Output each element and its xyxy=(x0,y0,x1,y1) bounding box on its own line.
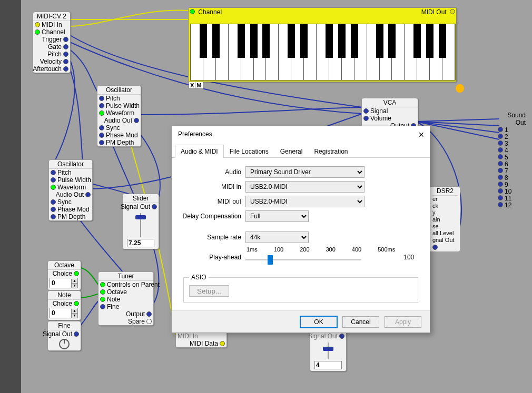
vca-volume-port[interactable] xyxy=(363,116,369,121)
black-key[interactable] xyxy=(200,24,207,58)
audio-select[interactable]: Primary Sound Driver xyxy=(245,166,364,178)
sound-out-port-3[interactable] xyxy=(498,140,503,146)
slider2-slider[interactable] xyxy=(318,341,339,360)
note-value[interactable]: 0 ▲▼ xyxy=(50,308,78,318)
slider2-out-port[interactable] xyxy=(339,334,344,339)
midi-data-port[interactable] xyxy=(220,341,225,346)
vca-signal-port[interactable] xyxy=(363,108,369,114)
tuner-spare-port[interactable] xyxy=(146,319,152,324)
sound-out-port-9[interactable] xyxy=(498,182,503,187)
dsr2-module[interactable]: DSR2 er ck y ain se all Level gnal Out xyxy=(430,186,460,252)
octave-value[interactable]: 0 ▲▼ xyxy=(50,278,78,288)
black-key[interactable] xyxy=(212,24,220,58)
keyboard-xm-buttons[interactable]: XM xyxy=(189,82,203,89)
ok-button[interactable]: OK xyxy=(300,316,337,328)
fine-module[interactable]: Fine Signal Out xyxy=(47,321,81,351)
slider1-module[interactable]: Slider Signal Out 7.25 xyxy=(122,194,159,249)
osc2-pw-port[interactable] xyxy=(51,177,56,183)
note-choice-port[interactable] xyxy=(74,301,79,306)
tuner-output-port[interactable] xyxy=(146,311,152,317)
midi-input-module[interactable]: MIDI In MIDI Data xyxy=(175,332,227,348)
sound-out-port-11[interactable] xyxy=(498,195,503,200)
black-key[interactable] xyxy=(250,24,258,58)
tab-file-locations[interactable]: File Locations xyxy=(224,145,274,158)
slider1-value[interactable]: 7.25 xyxy=(127,239,154,247)
midi-cv2-module[interactable]: MIDI-CV 2 MIDI In Channel Trigger Gate P… xyxy=(33,12,71,73)
dsr2-signal-out-port[interactable] xyxy=(432,245,438,250)
midicv2-channel-port[interactable] xyxy=(35,29,40,35)
osc1-waveform-port[interactable] xyxy=(99,110,104,116)
tab-audio-midi[interactable]: Audio & MIDI xyxy=(175,145,224,158)
keyboard-channel-port[interactable] xyxy=(190,9,195,14)
black-key[interactable] xyxy=(262,24,270,58)
black-key[interactable] xyxy=(238,24,245,58)
black-key[interactable] xyxy=(376,24,383,58)
oscillator1-module[interactable]: Oscillator Pitch Pulse Width Waveform Au… xyxy=(97,85,141,147)
slider2-module[interactable]: Signal Out 4 xyxy=(310,332,347,371)
oscillator2-module[interactable]: Oscillator Pitch Pulse Width Waveform Au… xyxy=(48,159,93,221)
midicv2-midi-in-port[interactable] xyxy=(35,22,40,27)
sound-out-port-1[interactable] xyxy=(498,127,503,132)
sound-out-port-6[interactable] xyxy=(498,161,503,166)
osc1-audio-out-port[interactable] xyxy=(134,118,139,123)
delay-comp-select[interactable]: Full xyxy=(245,210,309,222)
note-module[interactable]: Note Choice 0 ▲▼ xyxy=(47,290,81,320)
osc1-pmdepth-port[interactable] xyxy=(99,140,104,145)
midi-out-select[interactable]: USB2.0-MIDI xyxy=(245,196,364,207)
fine-out-port[interactable] xyxy=(74,331,79,337)
black-key[interactable] xyxy=(326,24,333,58)
tuner-fine-port[interactable] xyxy=(100,304,105,309)
black-key[interactable] xyxy=(351,24,358,58)
sound-out-port-4[interactable] xyxy=(498,147,503,153)
tab-general[interactable]: General xyxy=(274,145,309,158)
black-key[interactable] xyxy=(426,24,434,58)
vca-module[interactable]: VCA Signal Volume Output xyxy=(361,98,418,130)
octave-choice-port[interactable] xyxy=(74,271,79,276)
tuner-cop-port[interactable] xyxy=(100,282,105,287)
sound-out-port-8[interactable] xyxy=(498,175,503,180)
slider1-out-port[interactable] xyxy=(152,204,157,209)
osc1-pitch-port[interactable] xyxy=(99,96,104,101)
osc1-phasemod-port[interactable] xyxy=(99,133,104,138)
sound-out-module[interactable]: Sound Out 123456789101112 xyxy=(498,112,532,208)
cancel-button[interactable]: Cancel xyxy=(342,316,379,328)
slider2-value[interactable]: 4 xyxy=(314,361,342,369)
sound-out-port-12[interactable] xyxy=(498,202,503,207)
keyboard-midi-out-port[interactable] xyxy=(450,9,455,14)
osc2-waveform-port[interactable] xyxy=(51,185,56,190)
black-key[interactable] xyxy=(413,24,421,58)
osc2-pmdepth-port[interactable] xyxy=(51,214,56,219)
black-key[interactable] xyxy=(388,24,396,58)
close-icon[interactable]: ✕ xyxy=(416,129,427,140)
slider1-slider[interactable] xyxy=(130,212,151,238)
osc1-sync-port[interactable] xyxy=(99,125,104,130)
osc1-pw-port[interactable] xyxy=(99,103,104,108)
midicv2-pitch-port[interactable] xyxy=(63,52,68,57)
osc2-sync-port[interactable] xyxy=(51,199,56,205)
midicv2-trigger-port[interactable] xyxy=(63,37,68,42)
tab-registration[interactable]: Registration xyxy=(308,145,353,158)
sound-out-port-7[interactable] xyxy=(498,168,503,173)
sample-rate-select[interactable]: 44k xyxy=(245,231,309,243)
tuner-note-port[interactable] xyxy=(100,297,105,302)
sound-out-port-10[interactable] xyxy=(498,188,503,194)
keyboard-keys[interactable] xyxy=(190,24,456,80)
octave-module[interactable]: Octave Choice 0 ▲▼ xyxy=(47,260,81,290)
midicv2-velocity-port[interactable] xyxy=(63,59,68,64)
tuner-module[interactable]: Tuner Controls on Parent Octave Note Fin… xyxy=(98,271,154,326)
midicv2-gate-port[interactable] xyxy=(63,44,68,49)
fine-knob[interactable] xyxy=(59,339,70,349)
osc2-audio-out-port[interactable] xyxy=(85,192,91,197)
sound-out-port-5[interactable] xyxy=(498,154,503,159)
black-key[interactable] xyxy=(439,24,446,58)
tuner-octave-port[interactable] xyxy=(100,289,105,295)
play-ahead-slider[interactable] xyxy=(245,254,361,266)
osc2-pitch-port[interactable] xyxy=(51,170,56,175)
black-key[interactable] xyxy=(338,24,346,58)
midi-in-select[interactable]: USB2.0-MIDI xyxy=(245,181,364,193)
black-key[interactable] xyxy=(300,24,308,58)
sound-out-port-2[interactable] xyxy=(498,134,503,139)
midicv2-aftertouch-port[interactable] xyxy=(63,66,68,72)
keyboard-module[interactable]: Channel MIDI Out XM xyxy=(188,7,457,82)
osc2-phasemod-port[interactable] xyxy=(51,207,56,212)
